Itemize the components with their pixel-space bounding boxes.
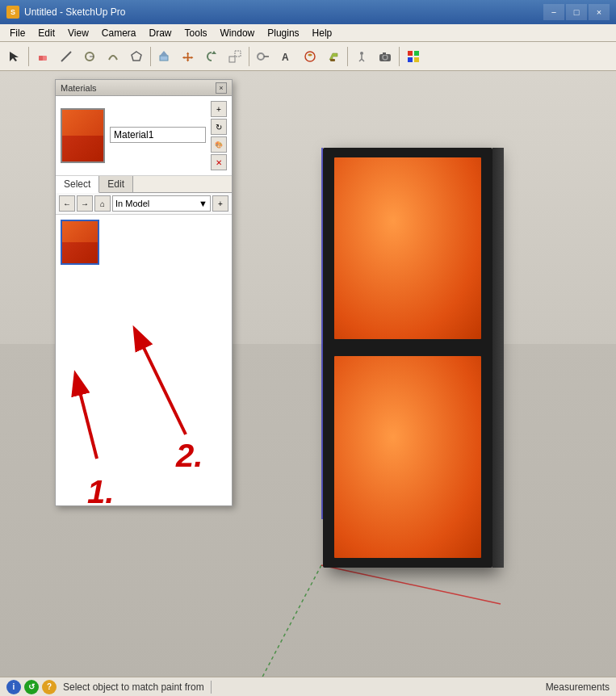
dropdown-value: In Model — [115, 199, 149, 208]
panel-action-buttons: + ↻ 🎨 ✕ — [211, 101, 227, 170]
status-message: Select object to match paint from — [63, 681, 204, 693]
toolbar: A — [0, 42, 616, 71]
materials-panel: Materials × + ↻ 🎨 ✕ Select Edit ← → — [55, 79, 233, 506]
help-icon: ? — [42, 680, 57, 694]
svg-text:A: A — [282, 52, 289, 63]
arc-tool-button[interactable] — [102, 45, 124, 68]
nav-category-dropdown[interactable]: In Model ▼ — [112, 195, 211, 212]
preview-top-half — [62, 110, 103, 136]
svg-marker-8 — [212, 51, 216, 54]
measurements-label: Measurements — [546, 681, 610, 693]
color-grid-button[interactable] — [402, 45, 425, 68]
paint-tool-button[interactable] — [322, 45, 345, 68]
svg-rect-26 — [414, 57, 419, 62]
menu-plugins[interactable]: Plugins — [261, 26, 305, 40]
close-button[interactable]: × — [589, 4, 610, 20]
walk-tool-button[interactable] — [350, 45, 373, 68]
status-divider — [211, 681, 212, 694]
text-tool-button[interactable]: A — [275, 45, 298, 68]
select-tool-button[interactable] — [3, 45, 26, 68]
panel-empty-body — [56, 279, 232, 505]
menu-camera[interactable]: Camera — [95, 26, 143, 40]
camera-tool-button[interactable] — [374, 45, 396, 68]
maximize-button[interactable]: □ — [566, 4, 587, 20]
sample-paint-button[interactable]: 🎨 — [211, 136, 227, 153]
svg-rect-24 — [414, 51, 419, 56]
tape-tool-button[interactable] — [252, 45, 274, 68]
thumb-top — [62, 221, 98, 242]
panel-titlebar[interactable]: Materials × — [56, 80, 232, 96]
menu-edit[interactable]: Edit — [31, 26, 61, 40]
delete-material-button[interactable]: ✕ — [211, 154, 227, 170]
eraser-tool-button[interactable] — [31, 45, 54, 68]
nav-home-button[interactable]: ⌂ — [94, 195, 111, 212]
tab-select[interactable]: Select — [56, 176, 99, 193]
menu-bar: File Edit View Camera Draw Tools Window … — [0, 24, 616, 42]
svg-marker-5 — [132, 52, 141, 61]
svg-rect-10 — [235, 51, 241, 57]
material-preview-large — [61, 108, 105, 163]
panel-close-button[interactable]: × — [216, 82, 227, 94]
status-icons: i ↺ ? — [6, 680, 57, 694]
scale-tool-button[interactable] — [224, 45, 246, 68]
toolbar-separator-5 — [399, 47, 400, 66]
preview-bottom-half — [62, 136, 103, 161]
material-thumbnail-1[interactable] — [61, 220, 99, 265]
window-controls: − □ × — [543, 4, 610, 20]
thumb-bottom — [62, 242, 98, 263]
menu-draw[interactable]: Draw — [143, 26, 178, 40]
nav-forward-button[interactable]: → — [77, 195, 93, 212]
axis-tool-button[interactable] — [299, 45, 321, 68]
material-grid — [56, 215, 232, 279]
toolbar-separator — [28, 47, 29, 66]
reload-material-button[interactable]: ↻ — [211, 119, 227, 135]
svg-rect-23 — [408, 51, 413, 56]
svg-rect-1 — [39, 56, 43, 61]
svg-point-14 — [305, 52, 315, 61]
svg-line-18 — [359, 59, 362, 61]
svg-rect-22 — [383, 52, 386, 55]
panel-name-area — [110, 127, 206, 145]
tab-edit[interactable]: Edit — [99, 176, 133, 192]
svg-line-19 — [362, 59, 364, 61]
title-bar: S Untitled - SketchUp Pro − □ × — [0, 0, 616, 24]
circle-tool-button[interactable] — [78, 45, 101, 68]
door-panel-bottom — [334, 356, 481, 558]
door-side — [492, 148, 504, 568]
measurements-area: Measurements — [546, 681, 610, 693]
door-frame — [323, 148, 492, 568]
menu-tools[interactable]: Tools — [178, 26, 214, 40]
nav-add-button[interactable]: + — [212, 195, 228, 212]
door-object — [323, 148, 501, 568]
svg-marker-7 — [160, 51, 168, 56]
panel-preview-area: + ↻ 🎨 ✕ — [56, 96, 232, 176]
menu-window[interactable]: Window — [214, 26, 262, 40]
toolbar-separator-2 — [150, 47, 151, 66]
main-viewport[interactable]: Materials × + ↻ 🎨 ✕ Select Edit ← → — [0, 71, 616, 677]
line-tool-button[interactable] — [55, 45, 78, 68]
svg-rect-6 — [160, 56, 168, 61]
panel-nav: ← → ⌂ In Model ▼ + — [56, 193, 232, 215]
menu-help[interactable]: Help — [306, 26, 339, 40]
panel-tabs: Select Edit — [56, 176, 232, 193]
nav-back-button[interactable]: ← — [59, 195, 75, 212]
info-icon: i — [6, 680, 21, 694]
status-bar: i ↺ ? Select object to match paint from … — [0, 677, 616, 696]
svg-point-16 — [360, 52, 363, 55]
svg-line-2 — [61, 52, 71, 61]
material-name-input[interactable] — [110, 127, 206, 143]
push-pull-tool-button[interactable] — [153, 45, 176, 68]
svg-rect-9 — [229, 57, 235, 62]
panel-title: Materials — [61, 83, 97, 93]
toolbar-separator-4 — [347, 47, 348, 66]
toolbar-separator-3 — [249, 47, 249, 66]
rotate-tool-button[interactable] — [200, 45, 223, 68]
polygon-tool-button[interactable] — [125, 45, 148, 68]
minimize-button[interactable]: − — [543, 4, 564, 20]
move-tool-button[interactable] — [177, 45, 199, 68]
svg-point-11 — [258, 53, 264, 60]
undo-icon: ↺ — [24, 680, 39, 694]
menu-view[interactable]: View — [61, 26, 95, 40]
menu-file[interactable]: File — [3, 26, 31, 40]
create-material-button[interactable]: + — [211, 101, 227, 117]
